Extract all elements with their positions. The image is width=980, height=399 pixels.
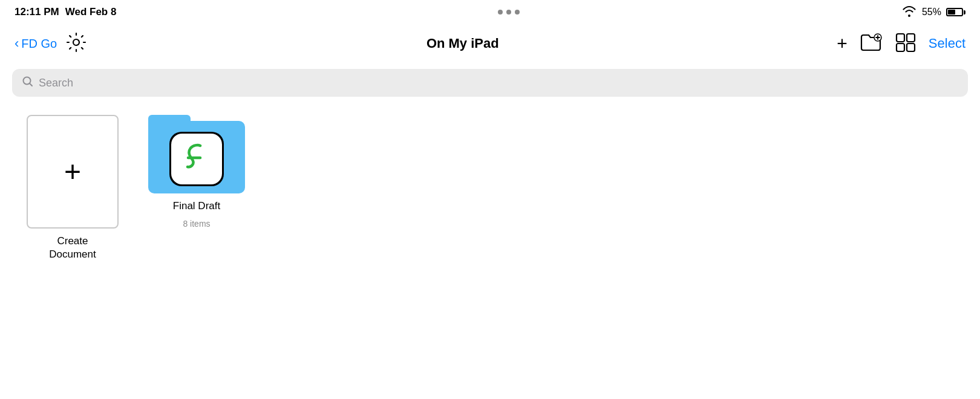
chevron-left-icon: ‹ [15,36,19,51]
status-date: Wed Feb 8 [65,6,117,18]
search-bar-container: Search [0,65,980,103]
svg-rect-3 [897,34,904,42]
folder-icon [148,115,245,193]
folder-sublabel: 8 items [183,219,210,229]
add-button[interactable]: + [837,34,848,53]
svg-rect-5 [897,44,904,51]
folder-label: Final Draft [173,199,220,213]
plus-icon: + [837,34,848,53]
status-bar: 12:11 PM Wed Feb 8 55% [0,0,980,23]
folder-body [148,121,245,193]
status-center-dots [498,10,520,15]
select-button[interactable]: Select [929,36,965,51]
select-label: Select [929,36,965,51]
new-folder-button[interactable] [860,32,883,55]
battery-icon [946,8,965,16]
battery-percent: 55% [922,7,941,18]
create-doc-box: + [27,115,119,229]
folder-app-icon [169,132,224,186]
search-placeholder: Search [39,77,73,89]
new-folder-icon [860,32,883,55]
dot1 [498,10,503,15]
search-icon [22,76,34,91]
nav-left: ‹ FD Go [15,31,88,56]
back-label: FD Go [21,37,57,51]
dot2 [506,10,511,15]
create-document-item[interactable]: + Create Document [24,115,121,261]
status-time: 12:11 PM [15,6,59,18]
nav-right: + [837,32,965,55]
page-title: On My iPad [88,36,837,51]
nav-bar: ‹ FD Go On My iPad + [0,23,980,65]
settings-button[interactable] [64,31,88,56]
final-draft-logo [177,140,216,178]
final-draft-folder-item[interactable]: Final Draft 8 items [145,115,248,229]
create-document-label: Create Document [49,235,96,261]
status-right: 55% [901,5,965,20]
gear-icon [66,32,87,55]
back-button[interactable]: ‹ FD Go [15,36,57,51]
search-bar[interactable]: Search [12,69,968,97]
svg-rect-4 [907,34,915,42]
wifi-icon [901,5,917,20]
grid-view-button[interactable] [895,32,916,55]
content-area: + Create Document [0,103,980,273]
folder-app-inner [171,134,222,184]
grid-icon [895,32,916,55]
create-plus-icon: + [64,157,81,186]
svg-rect-6 [907,44,915,51]
svg-point-0 [73,39,79,45]
dot3 [515,10,520,15]
